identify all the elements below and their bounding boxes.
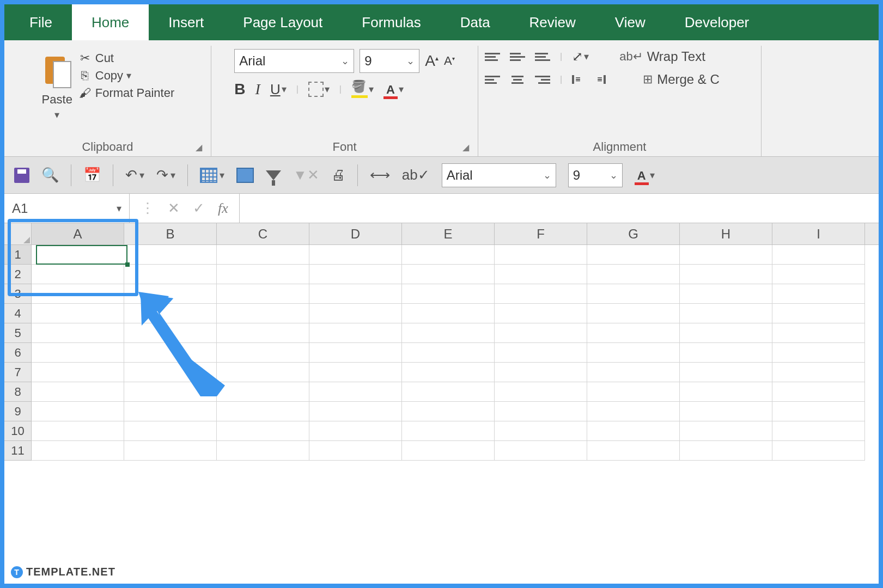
cell[interactable]: [309, 265, 402, 284]
ribbon-tab-insert[interactable]: Insert: [149, 4, 223, 40]
fill-color-button[interactable]: ▾: [351, 83, 374, 96]
cell[interactable]: [402, 402, 495, 421]
cell[interactable]: [495, 284, 587, 304]
cell[interactable]: [309, 323, 402, 343]
cell[interactable]: [495, 304, 587, 323]
printer-button[interactable]: 🖨: [331, 167, 345, 183]
cell[interactable]: [402, 382, 495, 402]
cell[interactable]: [772, 343, 865, 363]
merge-center-button[interactable]: ⊞ Merge & C: [643, 72, 720, 87]
ribbon-tab-review[interactable]: Review: [510, 4, 595, 40]
cell[interactable]: [587, 421, 680, 441]
row-header-11[interactable]: 11: [4, 441, 32, 461]
increase-indent-icon[interactable]: ≡: [597, 75, 612, 84]
cell[interactable]: [495, 363, 587, 382]
align-top-icon[interactable]: [485, 53, 500, 61]
cell[interactable]: [309, 421, 402, 441]
row-header-1[interactable]: 1: [4, 245, 32, 265]
cell[interactable]: [32, 245, 124, 265]
cell[interactable]: [217, 363, 309, 382]
cell[interactable]: [32, 363, 124, 382]
cell[interactable]: [402, 441, 495, 461]
cell[interactable]: [495, 343, 587, 363]
cell[interactable]: [402, 343, 495, 363]
cell[interactable]: [587, 363, 680, 382]
cell[interactable]: [309, 343, 402, 363]
cell[interactable]: [680, 245, 772, 265]
cell[interactable]: [587, 382, 680, 402]
group-launcher-clipboard[interactable]: ◢: [196, 142, 206, 153]
cell[interactable]: [772, 284, 865, 304]
filter-button[interactable]: [266, 170, 281, 180]
row-header-2[interactable]: 2: [4, 265, 32, 284]
decrease-indent-icon[interactable]: ≡: [572, 75, 587, 84]
row-header-3[interactable]: 3: [4, 284, 32, 304]
cell[interactable]: [680, 304, 772, 323]
ribbon-tab-formulas[interactable]: Formulas: [342, 4, 440, 40]
ribbon-tab-view[interactable]: View: [595, 4, 665, 40]
column-header-C[interactable]: C: [217, 223, 309, 244]
border-button[interactable]: ▾: [308, 82, 330, 97]
cell[interactable]: [124, 284, 217, 304]
column-header-I[interactable]: I: [772, 223, 865, 244]
cell[interactable]: [680, 323, 772, 343]
cell[interactable]: [217, 343, 309, 363]
cell[interactable]: [32, 421, 124, 441]
ribbon-tab-file[interactable]: File: [10, 4, 72, 40]
cell[interactable]: [680, 265, 772, 284]
cell[interactable]: [309, 363, 402, 382]
cell[interactable]: [217, 265, 309, 284]
cell[interactable]: [402, 304, 495, 323]
name-box[interactable]: A1 ▾: [4, 194, 130, 223]
select-all-corner[interactable]: [4, 223, 32, 244]
save-button[interactable]: [14, 168, 29, 183]
row-header-6[interactable]: 6: [4, 343, 32, 363]
cell[interactable]: [772, 363, 865, 382]
print-preview-button[interactable]: 🔍: [41, 167, 59, 183]
cell[interactable]: [680, 382, 772, 402]
cell[interactable]: [32, 343, 124, 363]
cell[interactable]: [495, 402, 587, 421]
column-header-H[interactable]: H: [680, 223, 772, 244]
cell[interactable]: [680, 284, 772, 304]
cell[interactable]: [124, 245, 217, 265]
clear-filter-button[interactable]: ▼✕: [293, 167, 319, 183]
fx-button[interactable]: fx: [218, 200, 228, 217]
cell[interactable]: [124, 382, 217, 402]
align-center-icon[interactable]: [510, 76, 525, 84]
select-mode-button[interactable]: ▾: [200, 168, 224, 183]
ribbon-tab-data[interactable]: Data: [441, 4, 510, 40]
cell[interactable]: [495, 441, 587, 461]
bold-button[interactable]: B: [234, 81, 245, 98]
column-header-G[interactable]: G: [587, 223, 680, 244]
ribbon-tab-pagelayout[interactable]: Page Layout: [223, 4, 342, 40]
column-header-D[interactable]: D: [309, 223, 402, 244]
qat-font-size-combo[interactable]: 9 ⌄: [568, 163, 623, 187]
cell[interactable]: [680, 402, 772, 421]
cut-button[interactable]: ✂ Cut: [78, 51, 175, 65]
align-bottom-icon[interactable]: [535, 53, 550, 61]
cell[interactable]: [495, 323, 587, 343]
column-header-A[interactable]: A: [32, 223, 124, 244]
cell[interactable]: [217, 441, 309, 461]
cell[interactable]: [680, 421, 772, 441]
cells-area[interactable]: [32, 245, 865, 461]
cell[interactable]: [124, 363, 217, 382]
italic-button[interactable]: I: [255, 81, 260, 98]
copy-button[interactable]: ⎘ Copy ▾: [78, 69, 175, 83]
align-right-icon[interactable]: [535, 76, 550, 84]
align-left-icon[interactable]: [485, 76, 500, 84]
cell[interactable]: [772, 382, 865, 402]
cell[interactable]: [587, 304, 680, 323]
ribbon-tab-home[interactable]: Home: [72, 4, 149, 40]
cell[interactable]: [772, 304, 865, 323]
cell[interactable]: [772, 441, 865, 461]
cell[interactable]: [217, 284, 309, 304]
cell[interactable]: [680, 363, 772, 382]
row-header-9[interactable]: 9: [4, 402, 32, 421]
cell[interactable]: [402, 265, 495, 284]
cell[interactable]: [587, 343, 680, 363]
cell[interactable]: [587, 265, 680, 284]
cell[interactable]: [217, 382, 309, 402]
column-header-E[interactable]: E: [402, 223, 495, 244]
